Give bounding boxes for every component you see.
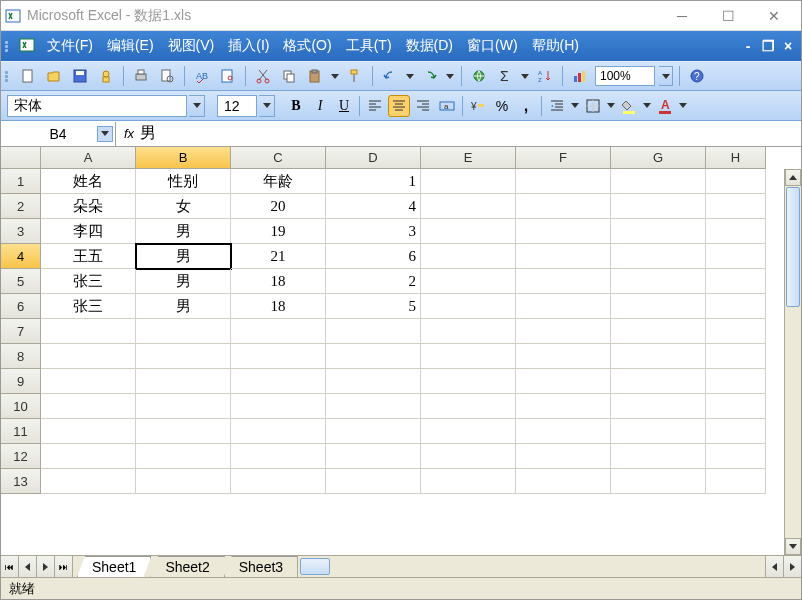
cell-G10[interactable]: [611, 394, 706, 419]
cell-G9[interactable]: [611, 369, 706, 394]
cell-B6[interactable]: 男: [136, 294, 231, 319]
cell-C12[interactable]: [231, 444, 326, 469]
col-header-H[interactable]: H: [706, 147, 766, 169]
cell-B7[interactable]: [136, 319, 231, 344]
cell-E9[interactable]: [421, 369, 516, 394]
row-header-9[interactable]: 9: [1, 369, 41, 394]
col-header-B[interactable]: B: [136, 147, 231, 169]
cell-E11[interactable]: [421, 419, 516, 444]
cell-D3[interactable]: 3: [326, 219, 421, 244]
cell-B3[interactable]: 男: [136, 219, 231, 244]
minimize-button[interactable]: ─: [659, 2, 705, 30]
select-all-corner[interactable]: [1, 147, 41, 169]
menu-help[interactable]: 帮助(H): [526, 35, 585, 57]
chart-button[interactable]: [569, 65, 591, 87]
cell-D10[interactable]: [326, 394, 421, 419]
sheet-tab-2[interactable]: Sheet2: [150, 556, 224, 577]
cell-H4[interactable]: [706, 244, 766, 269]
row-header-13[interactable]: 13: [1, 469, 41, 494]
cell-D7[interactable]: [326, 319, 421, 344]
cut-button[interactable]: [252, 65, 274, 87]
paste-dropdown[interactable]: [330, 74, 340, 79]
print-button[interactable]: [130, 65, 152, 87]
cell-F4[interactable]: [516, 244, 611, 269]
redo-dropdown[interactable]: [445, 74, 455, 79]
cell-A4[interactable]: 王五: [41, 244, 136, 269]
cell-G12[interactable]: [611, 444, 706, 469]
cell-C11[interactable]: [231, 419, 326, 444]
autosum-dropdown[interactable]: [520, 74, 530, 79]
mdi-close-button[interactable]: ×: [779, 38, 797, 54]
cell-G2[interactable]: [611, 194, 706, 219]
indent-dropdown[interactable]: [570, 103, 580, 108]
sheet-nav-first[interactable]: ⏮: [1, 556, 19, 577]
cell-H13[interactable]: [706, 469, 766, 494]
cell-H5[interactable]: [706, 269, 766, 294]
menu-edit[interactable]: 编辑(E): [101, 35, 160, 57]
cell-H10[interactable]: [706, 394, 766, 419]
cell-G4[interactable]: [611, 244, 706, 269]
font-size-dropdown[interactable]: [259, 95, 275, 117]
cell-E4[interactable]: [421, 244, 516, 269]
menu-data[interactable]: 数据(D): [400, 35, 459, 57]
percent-button[interactable]: %: [491, 95, 513, 117]
cell-H2[interactable]: [706, 194, 766, 219]
cell-D2[interactable]: 4: [326, 194, 421, 219]
cell-A8[interactable]: [41, 344, 136, 369]
currency-button[interactable]: ¥: [467, 95, 489, 117]
vertical-scrollbar[interactable]: [784, 169, 801, 555]
cell-D5[interactable]: 2: [326, 269, 421, 294]
cell-G5[interactable]: [611, 269, 706, 294]
cell-F11[interactable]: [516, 419, 611, 444]
cell-B13[interactable]: [136, 469, 231, 494]
research-button[interactable]: [217, 65, 239, 87]
cell-G7[interactable]: [611, 319, 706, 344]
menu-view[interactable]: 视图(V): [162, 35, 221, 57]
cell-D8[interactable]: [326, 344, 421, 369]
cell-A10[interactable]: [41, 394, 136, 419]
cell-G6[interactable]: [611, 294, 706, 319]
mdi-minimize-button[interactable]: -: [739, 38, 757, 54]
cell-E7[interactable]: [421, 319, 516, 344]
cell-C13[interactable]: [231, 469, 326, 494]
cell-C4[interactable]: 21: [231, 244, 326, 269]
cell-G13[interactable]: [611, 469, 706, 494]
cell-D9[interactable]: [326, 369, 421, 394]
cell-E1[interactable]: [421, 169, 516, 194]
cell-E13[interactable]: [421, 469, 516, 494]
borders-button[interactable]: [582, 95, 604, 117]
cell-C5[interactable]: 18: [231, 269, 326, 294]
scroll-down-button[interactable]: [785, 538, 801, 555]
cell-H9[interactable]: [706, 369, 766, 394]
formula-value[interactable]: 男: [140, 123, 156, 144]
cell-F2[interactable]: [516, 194, 611, 219]
menu-tools[interactable]: 工具(T): [340, 35, 398, 57]
undo-button[interactable]: [379, 65, 401, 87]
cell-B8[interactable]: [136, 344, 231, 369]
italic-button[interactable]: I: [309, 95, 331, 117]
cell-E8[interactable]: [421, 344, 516, 369]
cell-H1[interactable]: [706, 169, 766, 194]
hscroll-left[interactable]: [765, 556, 783, 577]
cell-F9[interactable]: [516, 369, 611, 394]
row-header-7[interactable]: 7: [1, 319, 41, 344]
underline-button[interactable]: U: [333, 95, 355, 117]
col-header-G[interactable]: G: [611, 147, 706, 169]
cell-C7[interactable]: [231, 319, 326, 344]
hyperlink-button[interactable]: [468, 65, 490, 87]
sheet-nav-next[interactable]: [37, 556, 55, 577]
hscroll-thumb[interactable]: [300, 558, 330, 575]
scroll-thumb[interactable]: [786, 187, 800, 307]
cell-A7[interactable]: [41, 319, 136, 344]
fx-icon[interactable]: fx: [124, 126, 134, 141]
align-right-button[interactable]: [412, 95, 434, 117]
cell-F8[interactable]: [516, 344, 611, 369]
hscroll-right[interactable]: [783, 556, 801, 577]
col-header-C[interactable]: C: [231, 147, 326, 169]
cell-F7[interactable]: [516, 319, 611, 344]
menubar-grip[interactable]: [5, 41, 13, 52]
cell-F1[interactable]: [516, 169, 611, 194]
row-header-2[interactable]: 2: [1, 194, 41, 219]
fill-color-dropdown[interactable]: [642, 103, 652, 108]
font-color-button[interactable]: A: [654, 95, 676, 117]
